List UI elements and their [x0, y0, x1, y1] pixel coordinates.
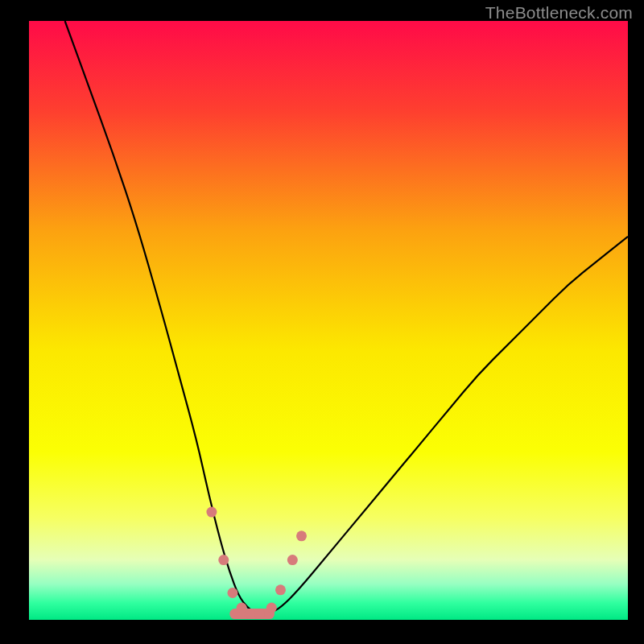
valley-dot [254, 609, 265, 619]
valley-dot [237, 603, 247, 613]
valley-dot [246, 609, 256, 619]
valley-dot [206, 507, 217, 518]
valley-dot [287, 555, 298, 565]
plot-area [29, 21, 628, 620]
valley-dot [218, 555, 229, 565]
valley-dot [275, 584, 286, 595]
valley-dot [227, 588, 237, 598]
watermark-text: TheBottleneck.com [485, 3, 633, 23]
valley-dot [266, 603, 277, 613]
valley-dot [296, 530, 307, 541]
chart-frame: TheBottleneck.com [0, 0, 644, 644]
bottleneck-curve [65, 21, 628, 614]
chart-svg [29, 21, 628, 620]
dotted-valley [206, 507, 307, 619]
